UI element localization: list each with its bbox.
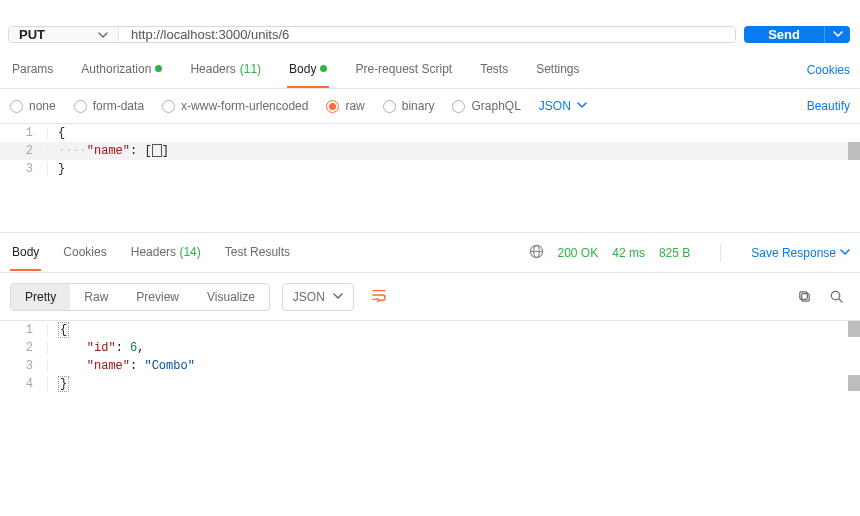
view-preview-button[interactable]: Preview: [122, 284, 193, 310]
request-tabs: Params Authorization Headers (11) Body P…: [0, 51, 860, 89]
radio-icon: [326, 100, 339, 113]
code-text: "name": [87, 144, 130, 158]
line-wrap-button[interactable]: [364, 281, 394, 312]
radio-icon: [452, 100, 465, 113]
line-number: 1: [0, 323, 48, 337]
radio-icon: [383, 100, 396, 113]
line-number: 3: [0, 162, 48, 176]
response-tab-headers[interactable]: Headers (14): [129, 235, 203, 271]
body-type-none[interactable]: none: [10, 99, 56, 113]
request-body-editor[interactable]: 1 { 2 ····"name": [] 3 }: [0, 123, 860, 233]
response-tabs: Body Cookies Headers (14) Test Results 2…: [0, 233, 860, 273]
send-button[interactable]: Send: [744, 26, 824, 43]
line-number: 2: [0, 144, 48, 158]
response-tab-test-results[interactable]: Test Results: [223, 235, 292, 271]
response-status-code: 200 OK: [558, 246, 599, 260]
tab-settings-label: Settings: [536, 62, 579, 76]
response-body-editor[interactable]: 1 { 2 "id": 6, 3 "name": "Combo" 4 }: [0, 321, 860, 441]
radio-icon: [10, 100, 23, 113]
line-number: 3: [0, 359, 48, 373]
response-view-mode: Pretty Raw Preview Visualize: [10, 283, 270, 311]
response-time: 42 ms: [612, 246, 645, 260]
tab-settings[interactable]: Settings: [534, 52, 581, 88]
code-text: }: [58, 162, 65, 176]
chevron-down-icon: [577, 99, 587, 113]
code-text: "Combo": [144, 359, 194, 373]
method-url-bar: PUT: [8, 26, 736, 43]
tab-authorization-label: Authorization: [81, 62, 151, 76]
copy-response-button[interactable]: [790, 283, 818, 311]
tab-headers[interactable]: Headers (11): [188, 52, 263, 88]
scrollbar-marker-icon: [848, 375, 860, 391]
chevron-down-icon: [833, 27, 843, 42]
svg-rect-3: [799, 292, 807, 300]
save-response-label: Save Response: [751, 246, 836, 260]
response-tab-headers-label: Headers: [131, 245, 176, 259]
request-url-input[interactable]: [119, 27, 735, 42]
search-response-button[interactable]: [822, 283, 850, 311]
body-type-raw-label: raw: [345, 99, 364, 113]
chevron-down-icon: [840, 246, 850, 260]
body-type-graphql[interactable]: GraphQL: [452, 99, 520, 113]
line-number: 1: [0, 126, 48, 140]
code-text: {: [58, 126, 65, 140]
beautify-link[interactable]: Beautify: [807, 99, 850, 113]
save-response-button[interactable]: Save Response: [751, 246, 850, 260]
body-type-graphql-label: GraphQL: [471, 99, 520, 113]
tab-tests-label: Tests: [480, 62, 508, 76]
response-tab-body[interactable]: Body: [10, 235, 41, 271]
http-method-label: PUT: [19, 27, 45, 42]
body-type-urlencoded[interactable]: x-www-form-urlencoded: [162, 99, 308, 113]
send-dropdown-button[interactable]: [824, 26, 850, 43]
response-tab-headers-count: (14): [179, 245, 200, 259]
tab-body[interactable]: Body: [287, 52, 329, 88]
radio-icon: [162, 100, 175, 113]
tab-pre-request-label: Pre-request Script: [355, 62, 452, 76]
tab-pre-request-script[interactable]: Pre-request Script: [353, 52, 454, 88]
tab-tests[interactable]: Tests: [478, 52, 510, 88]
cookies-link[interactable]: Cookies: [807, 63, 850, 77]
http-method-select[interactable]: PUT: [9, 27, 119, 42]
body-type-form-data[interactable]: form-data: [74, 99, 144, 113]
line-number: 4: [0, 377, 48, 391]
code-text: "name": [87, 359, 130, 373]
line-number: 2: [0, 341, 48, 355]
view-pretty-button[interactable]: Pretty: [11, 284, 70, 310]
code-text: }: [58, 376, 69, 392]
tab-params-label: Params: [12, 62, 53, 76]
response-tab-cookies[interactable]: Cookies: [61, 235, 108, 271]
text-cursor-icon: [152, 144, 162, 157]
radio-icon: [74, 100, 87, 113]
code-text: :: [130, 144, 144, 158]
body-type-none-label: none: [29, 99, 56, 113]
body-type-row: none form-data x-www-form-urlencoded raw…: [0, 89, 860, 123]
response-toolbar: Pretty Raw Preview Visualize JSON: [0, 273, 860, 321]
scrollbar-marker-icon: [848, 142, 860, 160]
chevron-down-icon: [333, 290, 343, 304]
body-language-label: JSON: [539, 99, 571, 113]
tab-headers-label: Headers: [190, 62, 235, 76]
scrollbar-marker-icon: [848, 321, 860, 337]
body-type-binary-label: binary: [402, 99, 435, 113]
response-language-label: JSON: [293, 290, 325, 304]
response-language-select[interactable]: JSON: [282, 283, 354, 311]
status-dot-icon: [155, 65, 162, 72]
tab-headers-count: (11): [240, 62, 261, 76]
view-visualize-button[interactable]: Visualize: [193, 284, 269, 310]
body-type-urlencoded-label: x-www-form-urlencoded: [181, 99, 308, 113]
status-dot-icon: [320, 65, 327, 72]
code-text: ]: [162, 144, 169, 158]
response-size: 825 B: [659, 246, 690, 260]
chevron-down-icon: [98, 30, 108, 40]
tab-body-label: Body: [289, 62, 316, 76]
body-type-binary[interactable]: binary: [383, 99, 435, 113]
code-text: "id": [87, 341, 116, 355]
globe-icon[interactable]: [529, 244, 544, 262]
body-type-raw[interactable]: raw: [326, 99, 364, 113]
code-text: {: [58, 322, 69, 338]
code-text: [: [144, 144, 151, 158]
tab-authorization[interactable]: Authorization: [79, 52, 164, 88]
body-language-select[interactable]: JSON: [539, 99, 587, 113]
tab-params[interactable]: Params: [10, 52, 55, 88]
view-raw-button[interactable]: Raw: [70, 284, 122, 310]
